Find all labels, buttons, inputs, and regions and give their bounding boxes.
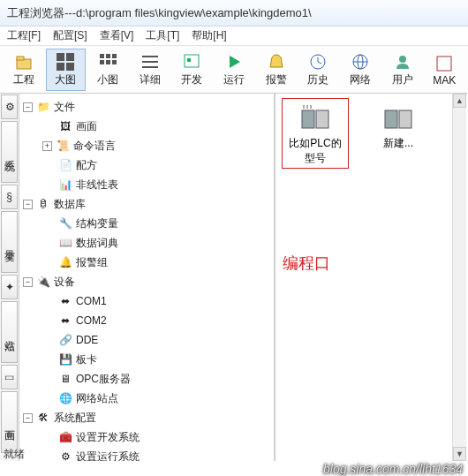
scroll-down-icon[interactable]: ▼ (453, 447, 466, 461)
tree-datadict[interactable]: 📖数据词典 (19, 233, 274, 253)
tree-structvar-label: 结构变量 (76, 216, 118, 231)
tb-large-icon[interactable]: 大图 (46, 49, 87, 91)
tree-com2-label: COM2 (76, 314, 107, 327)
watermark-blog: blog.sina.com.cn/liht1634 (323, 462, 463, 476)
tree-recipe-label: 配方 (76, 158, 97, 173)
tree-sysconfig[interactable]: −🛠系统配置 (19, 408, 274, 427)
item-plc-model[interactable]: 比如PLC的型号 (284, 101, 346, 166)
vtab-system-icon[interactable]: ⚙ (1, 94, 18, 119)
tb-make[interactable]: MAK (424, 49, 464, 91)
tree-com1-label: COM1 (76, 295, 107, 307)
tree-device[interactable]: −🔌设备 (19, 272, 274, 291)
tb-run[interactable]: 运行 (214, 49, 254, 91)
menu-project[interactable]: 工程[F] (7, 28, 41, 43)
collapse-icon[interactable]: − (23, 413, 33, 423)
svg-rect-1 (17, 57, 24, 60)
tb-history-label: 历史 (307, 72, 328, 87)
tb-user-label: 用户 (392, 72, 413, 87)
svg-marker-17 (230, 56, 240, 68)
alarmgroup-icon: 🔔 (58, 255, 72, 269)
svg-rect-7 (106, 54, 110, 58)
collapse-icon[interactable]: − (23, 102, 33, 112)
tree-com1[interactable]: ⬌COM1 (19, 291, 274, 311)
window-title: 工程浏览器---d:\program files\kingview\exampl… (7, 5, 312, 21)
network-icon (350, 51, 371, 72)
dict-icon: 📖 (58, 236, 72, 250)
vertical-tabs: ⚙ 系统 § 变量 ✦ 站点 ▭ 画面 (0, 94, 19, 461)
menu-help[interactable]: 帮助[H] (192, 28, 226, 43)
tree-recipe[interactable]: 📄配方 (19, 155, 274, 175)
tree-nonlinear[interactable]: 📊非线性表 (19, 175, 274, 194)
vtab-variable-icon[interactable]: § (1, 185, 18, 209)
tb-detail[interactable]: 详细 (130, 49, 170, 91)
netsite-icon: 🌐 (58, 391, 72, 405)
svg-rect-11 (112, 60, 117, 64)
main-area: ⚙ 系统 § 变量 ✦ 站点 ▭ 画面 −📁文件 🖼画面 +📜命令语言 📄配方 … (0, 94, 468, 461)
com-icon: ⬌ (58, 314, 72, 328)
tree-database[interactable]: −🛢数据库 (19, 194, 274, 214)
make-icon (434, 53, 455, 74)
vtab-site[interactable]: 站点 (1, 301, 18, 363)
svg-rect-25 (437, 57, 451, 71)
tree-cmdlang-label: 命令语言 (73, 139, 116, 154)
tree-screen[interactable]: 🖼画面 (19, 117, 274, 136)
collapse-icon[interactable]: − (23, 200, 33, 209)
device-item-icon (382, 104, 414, 132)
item-new[interactable]: 新建... (367, 101, 429, 166)
svg-rect-31 (385, 110, 397, 128)
svg-rect-2 (57, 53, 64, 61)
alarm-icon (266, 51, 287, 72)
vtab-system[interactable]: 系统 (1, 121, 18, 183)
annotation-text: 编程口 (283, 253, 330, 274)
tree-alarmgroup-label: 报警组 (76, 255, 108, 270)
scrollbar[interactable]: ▲ ▼ (452, 94, 466, 461)
item-plc-label: 比如PLC的型号 (284, 136, 346, 166)
tb-user[interactable]: 用户 (382, 49, 423, 91)
tree-com2[interactable]: ⬌COM2 (19, 311, 274, 330)
tree-dde[interactable]: 🔗DDE (19, 330, 274, 350)
tree-panel[interactable]: −📁文件 🖼画面 +📜命令语言 📄配方 📊非线性表 −🛢数据库 🔧结构变量 📖数… (19, 94, 276, 461)
tb-develop[interactable]: 开发 (172, 49, 213, 91)
tree-devsys[interactable]: 🧰设置开发系统 (19, 427, 274, 447)
tb-make-label: MAK (433, 74, 456, 87)
menu-tools[interactable]: 工具[T] (146, 28, 179, 43)
vtab-screen[interactable]: 画面 (1, 391, 18, 453)
opc-icon: 🖥 (58, 372, 72, 386)
menu-config[interactable]: 配置[S] (53, 28, 87, 43)
tb-run-label: 运行 (223, 72, 245, 87)
vtab-site-icon[interactable]: ✦ (1, 275, 18, 299)
tb-alarm[interactable]: 报警 (256, 49, 297, 91)
tb-history[interactable]: 历史 (298, 49, 338, 91)
tree-board[interactable]: 💾板卡 (19, 350, 274, 369)
menu-view[interactable]: 查看[V] (100, 28, 134, 43)
tb-project[interactable]: 工程 (4, 49, 44, 91)
tb-small-icon[interactable]: 小图 (87, 49, 128, 91)
tree-runsys[interactable]: ⚙设置运行系统 (19, 447, 274, 461)
table-icon: 📊 (58, 178, 72, 192)
svg-rect-27 (316, 110, 328, 128)
tree-opc[interactable]: 🖥OPC服务器 (19, 369, 274, 389)
tb-network[interactable]: 网络 (340, 49, 381, 91)
tree-files[interactable]: −📁文件 (19, 97, 274, 117)
tree-alarmgroup[interactable]: 🔔报警组 (19, 253, 274, 272)
collapse-icon[interactable]: − (23, 277, 33, 287)
tree-nonlinear-label: 非线性表 (76, 178, 118, 193)
tree-netsite-label: 网络站点 (76, 391, 118, 406)
tree-opc-label: OPC服务器 (76, 372, 131, 387)
history-icon (307, 51, 328, 72)
tree-cmdlang[interactable]: +📜命令语言 (19, 136, 274, 155)
tb-large-label: 大图 (55, 72, 76, 87)
vtab-variable[interactable]: 变量 (1, 211, 18, 273)
struct-icon: 🔧 (58, 216, 72, 230)
detail-icon (140, 51, 161, 72)
svg-rect-9 (100, 60, 104, 64)
user-icon (392, 51, 413, 72)
tree-structvar[interactable]: 🔧结构变量 (19, 214, 274, 233)
tb-detail-label: 详细 (140, 72, 161, 87)
sysconfig-icon: 🛠 (36, 411, 50, 425)
svg-rect-16 (187, 58, 191, 62)
scroll-up-icon[interactable]: ▲ (453, 94, 466, 108)
tree-netsite[interactable]: 🌐网络站点 (19, 389, 274, 408)
expand-icon[interactable]: + (42, 141, 52, 151)
vtab-screen-icon[interactable]: ▭ (1, 365, 18, 389)
